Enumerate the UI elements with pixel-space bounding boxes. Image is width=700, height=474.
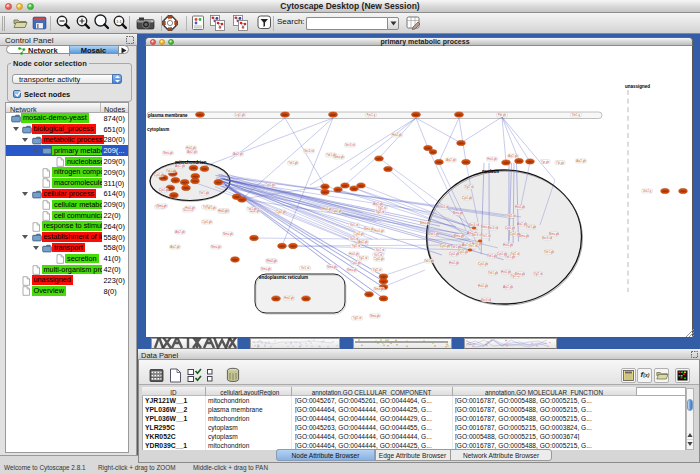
svg-text:Ygl2-rd: Ygl2-rd [353,316,362,320]
svg-text:Hxt4-gb: Hxt4-gb [478,284,488,288]
svg-text:Yor1-rd: Yor1-rd [376,248,385,252]
svg-text:Yor1-rd: Yor1-rd [482,234,491,238]
svg-text:nucleus: nucleus [482,169,500,174]
svg-text:Ydr1-gb: Ydr1-gb [451,245,461,249]
svg-text:Ydr1-gb: Ydr1-gb [166,169,176,173]
svg-text:Unk2-g: Unk2-g [643,189,652,193]
svg-text:Sec6-rd: Sec6-rd [488,226,498,230]
svg-text:Atp2-gb: Atp2-gb [373,202,383,206]
svg-text:Ygr-gb: Ygr-gb [541,160,550,164]
svg-text:Sec6-rd: Sec6-rd [542,236,552,240]
svg-text:Hxt4-gb: Hxt4-gb [284,296,294,300]
svg-text:Cyt4-gb: Cyt4-gb [202,220,212,224]
svg-text:Atp2-gb: Atp2-gb [233,152,243,156]
svg-text:Ygl2-rd: Ygl2-rd [465,185,474,189]
svg-text:Cyt4-gb: Cyt4-gb [265,183,275,187]
svg-text:Atp2-gb: Atp2-gb [358,240,368,244]
svg-text:Sec6-rd: Sec6-rd [481,298,491,302]
svg-text:Nma-gb: Nma-gb [370,314,380,318]
svg-text:Pdr-gb: Pdr-gb [498,113,507,117]
svg-text:Ygl2-rd: Ygl2-rd [534,272,543,276]
svg-text:Atp2-gb: Atp2-gb [175,164,185,168]
svg-text:Cyt4-gb: Cyt4-gb [332,209,342,213]
svg-text:Atp2-gb: Atp2-gb [187,150,197,154]
svg-text:Ydr1-gb: Ydr1-gb [488,271,498,275]
svg-text:Nma-gb: Nma-gb [157,204,167,208]
svg-text:Ygl2-rd: Ygl2-rd [378,206,387,210]
svg-text:Cyt4-gb: Cyt4-gb [449,252,459,256]
svg-text:Hxt4-gb: Hxt4-gb [449,261,459,265]
svg-text:Yor1-rd: Yor1-rd [301,266,310,270]
svg-text:Ydr1-gb: Ydr1-gb [199,191,209,195]
svg-text:Ydr1-gb: Ydr1-gb [544,250,554,254]
svg-text:endoplasmic reticulum: endoplasmic reticulum [259,275,308,280]
svg-text:Atp2-gb: Atp2-gb [508,154,518,158]
svg-text:Yor1-rd: Yor1-rd [469,244,478,248]
svg-text:Hxt4-gb: Hxt4-gb [349,252,359,256]
svg-text:Sln1-g: Sln1-g [572,113,580,117]
svg-text:Ydr1-gb: Ydr1-gb [288,161,298,165]
svg-text:1:1: 1:1 [116,19,122,24]
svg-text:Hxt4-gb: Hxt4-gb [322,207,332,211]
svg-text:Cyt4-gb: Cyt4-gb [354,232,364,236]
svg-text:Ydr1-gb: Ydr1-gb [487,254,497,258]
svg-text:Ygl2-rd: Ygl2-rd [376,210,385,214]
svg-text:Hxt4-gb: Hxt4-gb [218,209,228,213]
svg-text:Nma-gb: Nma-gb [515,272,525,276]
svg-text:mitochondrion: mitochondrion [175,160,207,165]
svg-text:Nma-gb: Nma-gb [211,245,221,249]
svg-text:Ygl2-rd: Ygl2-rd [507,214,516,218]
svg-text:Ygl2-rd: Ygl2-rd [352,244,361,248]
svg-text:Cyt4-gb: Cyt4-gb [276,210,286,214]
svg-text:Hxt4-gb: Hxt4-gb [515,205,525,209]
svg-text:Cyt4-gb: Cyt4-gb [478,262,488,266]
svg-text:Cyt4-gb: Cyt4-gb [462,196,472,200]
svg-text:Nma-gb: Nma-gb [420,221,430,225]
svg-text:Cyt4-gb: Cyt4-gb [351,261,361,265]
svg-text:Atp2-gb: Atp2-gb [175,230,185,234]
svg-text:Sec6-rd: Sec6-rd [304,149,314,153]
svg-text:Atp2-gb: Atp2-gb [576,159,586,163]
svg-text:Nma-gb: Nma-gb [334,155,344,159]
svg-text:Lrg1-gb: Lrg1-gb [235,113,245,117]
svg-text:plasma membrane: plasma membrane [148,113,188,118]
svg-text:Ydr1-gb: Ydr1-gb [526,225,536,229]
svg-text:Nma-gb: Nma-gb [374,287,384,291]
svg-text:Yor1-rd: Yor1-rd [374,253,383,257]
svg-text:Fps1-g: Fps1-g [367,113,376,117]
svg-text:Ygl2-rd: Ygl2-rd [373,268,382,272]
svg-text:Nma-gb: Nma-gb [261,267,271,271]
svg-text:Cyt4-gb: Cyt4-gb [458,250,468,254]
svg-text:Atp2-gb: Atp2-gb [446,158,456,162]
svg-text:unassigned: unassigned [625,84,650,89]
svg-text:Nma-gb: Nma-gb [364,227,374,231]
svg-text:Hxt4-gb: Hxt4-gb [392,133,402,137]
svg-text:Nma-gb: Nma-gb [347,268,357,272]
svg-text:cytoplasm: cytoplasm [147,127,169,132]
svg-text:Ybl-gb: Ybl-gb [556,161,564,165]
svg-text:Cyt4-gb: Cyt4-gb [440,244,450,248]
svg-text:Atp2-gb: Atp2-gb [503,285,513,289]
svg-text:Hxt4-gb: Hxt4-gb [503,243,513,247]
svg-text:Ygl2-rd: Ygl2-rd [359,256,368,260]
svg-text:Yor1-rd: Yor1-rd [440,205,449,209]
svg-text:Nma-gb: Nma-gb [519,234,529,238]
svg-text:Nma-gb: Nma-gb [454,234,464,238]
svg-text:Ydr1-gb: Ydr1-gb [424,259,434,263]
svg-text:Hxt4-gb: Hxt4-gb [374,229,384,233]
svg-text:Atp2-gb: Atp2-gb [170,245,180,249]
svg-text:Ydr1-gb: Ydr1-gb [429,232,439,236]
svg-text:Nma-gb: Nma-gb [163,151,173,155]
svg-text:Hxt4-gb: Hxt4-gb [267,259,277,263]
svg-text:Hxt4-gb: Hxt4-gb [186,146,196,150]
svg-text:Hxt4-gb: Hxt4-gb [487,157,497,161]
svg-text:Cyt4-gb: Cyt4-gb [374,257,384,261]
svg-text:Ydr1-gb: Ydr1-gb [206,206,216,210]
svg-text:Hxt4-gb: Hxt4-gb [185,206,195,210]
svg-text:Nma-gb: Nma-gb [549,232,559,236]
svg-text:Cyt4-gb: Cyt4-gb [505,226,515,230]
svg-text:Nma-gb: Nma-gb [223,232,233,236]
svg-text:Sec6-rd: Sec6-rd [345,143,355,147]
svg-text:Hxt4-gb: Hxt4-gb [501,270,511,274]
svg-text:Cyt4-gb: Cyt4-gb [159,188,169,192]
